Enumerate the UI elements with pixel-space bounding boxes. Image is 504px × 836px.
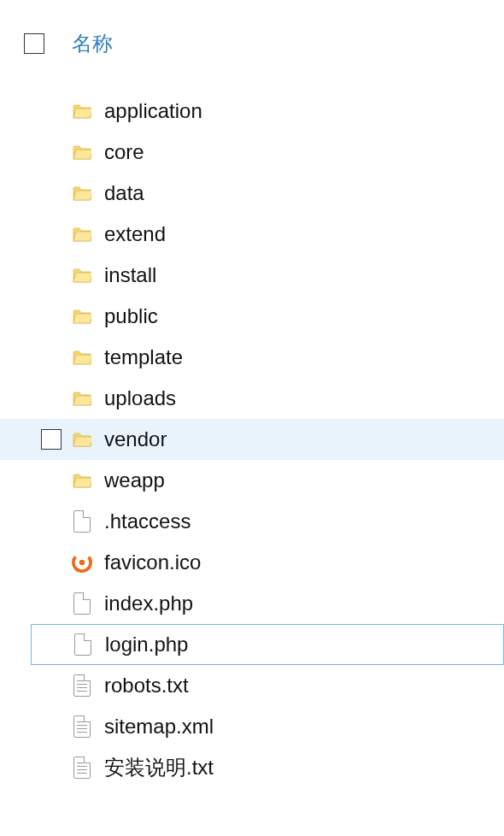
file-name: public xyxy=(104,304,158,328)
file-name: install xyxy=(104,263,156,287)
svg-point-1 xyxy=(79,560,85,565)
file-row[interactable]: uploads xyxy=(0,378,504,419)
file-name: .htaccess xyxy=(104,509,190,533)
file-row[interactable]: core xyxy=(0,132,504,173)
file-name: application xyxy=(104,99,202,123)
folder-icon xyxy=(72,304,92,328)
file-row[interactable]: extend xyxy=(0,214,504,255)
file-row[interactable]: favicon.ico xyxy=(0,542,504,583)
file-list: 名称 application core data extend xyxy=(0,0,504,788)
row-checkbox[interactable] xyxy=(41,429,62,450)
select-all-checkbox[interactable] xyxy=(24,33,44,54)
file-name: sitemap.xml xyxy=(104,715,214,739)
file-name: favicon.ico xyxy=(104,550,201,574)
blank-file-icon xyxy=(72,509,92,533)
file-name: data xyxy=(104,181,144,205)
folder-icon xyxy=(72,222,92,246)
file-name: core xyxy=(104,140,144,164)
folder-icon xyxy=(72,386,92,410)
file-name: index.php xyxy=(104,592,193,615)
file-name: weapp xyxy=(104,468,165,492)
blank-file-icon xyxy=(73,633,93,656)
file-row[interactable]: login.php xyxy=(31,624,504,665)
name-column-header[interactable]: 名称 xyxy=(72,30,113,57)
file-row[interactable]: data xyxy=(0,173,504,214)
file-row[interactable]: weapp xyxy=(0,460,504,501)
text-file-icon xyxy=(72,715,92,739)
file-row[interactable]: vendor xyxy=(0,419,504,460)
folder-icon xyxy=(72,263,92,287)
file-name: 安装说明.txt xyxy=(104,754,214,781)
file-row[interactable]: .htaccess xyxy=(0,501,504,542)
file-name: template xyxy=(104,345,183,369)
file-row[interactable]: sitemap.xml xyxy=(0,706,504,747)
folder-icon xyxy=(72,181,92,205)
favicon-icon xyxy=(72,550,92,574)
folder-icon xyxy=(72,468,92,492)
folder-icon xyxy=(72,99,92,123)
text-file-icon xyxy=(72,674,92,698)
file-name: robots.txt xyxy=(104,674,189,698)
file-row[interactable]: 安装说明.txt xyxy=(0,747,504,788)
file-row[interactable]: application xyxy=(0,91,504,132)
file-row[interactable]: public xyxy=(0,296,504,337)
file-row[interactable]: template xyxy=(0,337,504,378)
file-name: login.php xyxy=(105,633,188,656)
column-header-row: 名称 xyxy=(0,24,504,63)
folder-icon xyxy=(72,140,92,164)
file-row[interactable]: install xyxy=(0,255,504,296)
folder-icon xyxy=(72,427,92,451)
folder-icon xyxy=(72,345,92,369)
text-file-icon xyxy=(72,756,92,780)
file-name: uploads xyxy=(104,386,176,410)
file-row[interactable]: index.php xyxy=(0,583,504,624)
file-name: vendor xyxy=(104,427,167,451)
blank-file-icon xyxy=(72,592,92,615)
file-row[interactable]: robots.txt xyxy=(0,665,504,706)
file-name: extend xyxy=(104,222,166,246)
